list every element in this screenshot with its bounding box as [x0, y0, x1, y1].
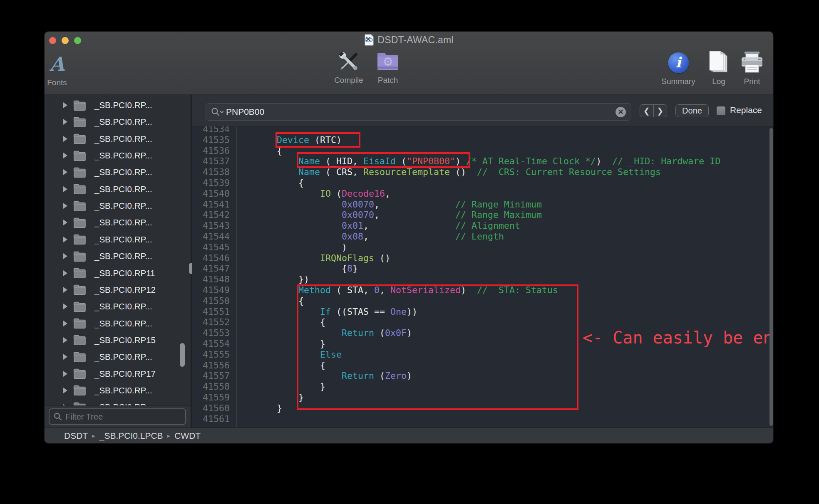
line-number: 41539	[192, 178, 233, 188]
tree-item[interactable]: _SB.PCI0.RP...	[45, 97, 191, 114]
find-previous-button[interactable]: ❮	[640, 105, 654, 117]
line-number: 41535	[192, 135, 233, 146]
line-number: 41550	[192, 296, 233, 306]
tree-item[interactable]: _SB.PCI0.RP...	[45, 198, 191, 214]
sidebar-scrollbar-thumb[interactable]	[180, 343, 185, 367]
tree-item[interactable]: _SB.PCI0.RP...	[45, 399, 191, 405]
tree-item[interactable]: _SB.PCI0.RP...	[45, 248, 191, 264]
folder-icon	[73, 251, 86, 262]
filter-tree-input[interactable]: Filter Tree	[49, 408, 186, 425]
disclosure-triangle-icon[interactable]	[63, 388, 67, 393]
disclosure-triangle-icon[interactable]	[63, 136, 67, 142]
code-line: 41540 IO (Decode16,	[192, 188, 773, 199]
find-next-button[interactable]: ❯	[654, 105, 667, 117]
tree-item[interactable]: _SB.PCI0.RP...	[45, 114, 191, 130]
disclosure-triangle-icon[interactable]	[63, 169, 67, 175]
fonts-button[interactable]: A Fonts	[47, 51, 67, 87]
line-number: 41543	[192, 220, 233, 231]
disclosure-triangle-icon[interactable]	[63, 186, 67, 192]
tree-item-label: _SB.PCI0.RP17	[94, 369, 156, 379]
tree-item-label: _SB.PCI0.RP...	[94, 117, 152, 127]
patch-folder-icon: ⚙	[376, 48, 400, 75]
tree-item-label: _SB.PCI0.RP...	[94, 251, 152, 261]
code-line: 41544 0x08, // Length	[192, 231, 773, 242]
code-line: 41548 })	[192, 274, 773, 285]
tree-item[interactable]: _SB.PCI0.RP...	[45, 214, 191, 231]
annotation-note: <- Can easily be enabled	[583, 333, 773, 343]
disclosure-triangle-icon[interactable]	[63, 287, 67, 293]
tree-item[interactable]: _SB.PCI0.RP...	[45, 298, 191, 315]
compile-tools-icon	[334, 48, 363, 75]
code-line: 41541 0x0070, // Range Minimum	[192, 199, 773, 210]
tree-item-label: _SB.PCI0.RP...	[94, 151, 152, 161]
disclosure-triangle-icon[interactable]	[63, 102, 67, 108]
tree-item-label: _SB.PCI0.RP...	[94, 184, 152, 194]
disclosure-triangle-icon[interactable]	[63, 337, 67, 343]
code-line: 41539 {	[192, 178, 773, 188]
tree-item[interactable]: _SB.PCI0.RP...	[45, 315, 191, 332]
folder-icon	[73, 402, 86, 405]
window-chrome: DSDT-AWAC.aml A Fonts	[45, 32, 773, 95]
folder-icon	[73, 301, 86, 312]
disclosure-triangle-icon[interactable]	[63, 321, 67, 326]
folder-icon	[73, 100, 86, 111]
breadcrumb-item[interactable]: CWDT	[174, 431, 201, 441]
code-line: 41547 {8}	[192, 263, 773, 274]
folder-icon	[73, 117, 86, 127]
disclosure-triangle-icon[interactable]	[63, 304, 67, 309]
editor-scrollbar-thumb[interactable]	[769, 128, 773, 426]
tree-item[interactable]: _SB.PCI0.RP11	[45, 265, 191, 282]
tree-item[interactable]: _SB.PCI0.RP...	[45, 131, 191, 147]
disclosure-triangle-icon[interactable]	[63, 119, 67, 125]
tree-item[interactable]: _SB.PCI0.RP15	[45, 332, 191, 348]
tree-item-label: _SB.PCI0.RP...	[94, 201, 152, 211]
disclosure-triangle-icon[interactable]	[63, 220, 67, 225]
compile-button[interactable]: Compile	[334, 48, 363, 85]
breadcrumb-item[interactable]: _SB.PCI0.LPCB	[99, 431, 163, 441]
tree-item[interactable]: _SB.PCI0.RP...	[45, 164, 191, 180]
line-number: 41555	[192, 349, 233, 360]
disclosure-triangle-icon[interactable]	[63, 237, 67, 242]
folder-icon	[73, 133, 86, 144]
tree-item[interactable]: _SB.PCI0.RP...	[45, 147, 191, 164]
replace-checkbox[interactable]	[717, 106, 725, 115]
print-button[interactable]: Print	[740, 49, 764, 86]
line-number: 41542	[192, 210, 233, 220]
summary-button[interactable]: i Summary	[661, 49, 695, 86]
filter-placeholder: Filter Tree	[65, 412, 103, 422]
line-number: 41557	[192, 371, 233, 381]
tree-item-label: _SB.PCI0.RP...	[94, 352, 152, 362]
code-editor[interactable]: 4153441535 Device (RTC)41536 {41537 Name…	[192, 126, 773, 427]
patch-label: Patch	[376, 76, 400, 85]
clear-search-icon[interactable]: ✕	[615, 107, 626, 117]
print-label: Print	[740, 77, 764, 86]
line-number: 41547	[192, 263, 233, 274]
disclosure-triangle-icon[interactable]	[63, 371, 67, 377]
disclosure-triangle-icon[interactable]	[63, 354, 67, 360]
printer-icon	[740, 49, 764, 76]
tree-item[interactable]: _SB.PCI0.RP...	[45, 231, 191, 248]
breadcrumb-item[interactable]: DSDT	[64, 431, 88, 441]
find-query: PNP0B00	[226, 107, 613, 117]
disclosure-triangle-icon[interactable]	[63, 153, 67, 158]
done-button[interactable]: Done	[675, 104, 709, 117]
line-number: 41546	[192, 253, 233, 264]
tree-item[interactable]: _SB.PCI0.RP17	[45, 366, 191, 382]
find-input[interactable]: PNP0B00 ✕	[206, 103, 631, 121]
folder-icon	[73, 385, 86, 395]
tree-item[interactable]: _SB.PCI0.RP...	[45, 181, 191, 198]
disclosure-triangle-icon[interactable]	[63, 270, 67, 276]
disclosure-triangle-icon[interactable]	[63, 203, 67, 209]
line-number: 41551	[192, 306, 233, 317]
tree-item[interactable]: _SB.PCI0.RP...	[45, 382, 191, 399]
tree-item[interactable]: _SB.PCI0.RP12	[45, 282, 191, 298]
patch-button[interactable]: ⚙ Patch	[376, 48, 400, 85]
document-proxy-icon	[364, 34, 374, 46]
line-number: 41534	[192, 126, 233, 135]
breadcrumb-bar: DSDT▸_SB.PCI0.LPCB▸CWDT	[45, 427, 773, 443]
log-button[interactable]: Log	[707, 49, 730, 86]
tree-item[interactable]: _SB.PCI0.RP...	[45, 348, 191, 365]
search-menu-icon[interactable]	[211, 108, 223, 116]
disclosure-triangle-icon[interactable]	[63, 253, 67, 259]
highlight-box-device-rtc	[275, 132, 360, 148]
